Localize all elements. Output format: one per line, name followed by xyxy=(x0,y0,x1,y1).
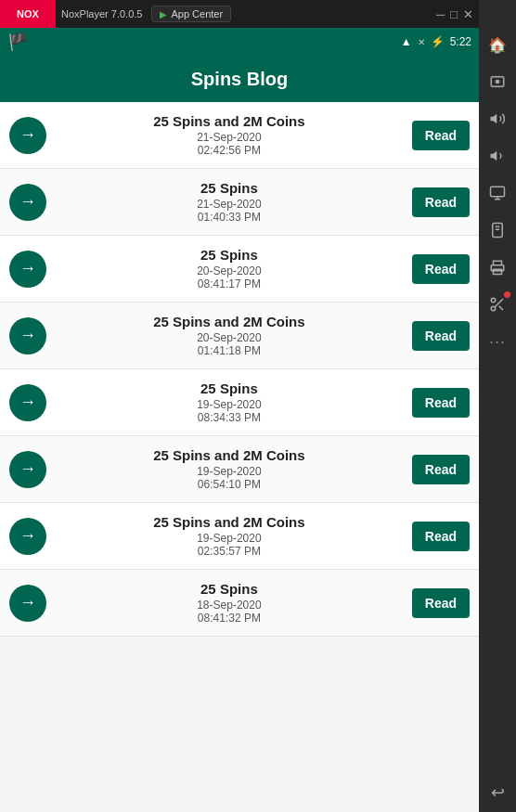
arrow-right-icon: → xyxy=(19,326,36,345)
blog-title: 25 Spins xyxy=(56,581,403,597)
blog-info: 25 Spins and 2M Coins 19-Sep-2020 06:54:… xyxy=(56,447,403,491)
blog-info: 25 Spins 21-Sep-2020 01:40:33 PM xyxy=(56,180,403,224)
title-bar: NOX NoxPlayer 7.0.0.5 ▶ App Center ─ □ ✕ xyxy=(0,0,479,28)
arrow-button[interactable]: → xyxy=(9,184,46,221)
list-item: → 25 Spins 21-Sep-2020 01:40:33 PM Read xyxy=(0,169,479,236)
list-item: → 25 Spins 18-Sep-2020 08:41:32 PM Read xyxy=(0,570,479,637)
read-button[interactable]: Read xyxy=(412,588,470,618)
arrow-button[interactable]: → xyxy=(9,384,46,421)
blog-date: 20-Sep-2020 xyxy=(56,264,403,277)
blog-date: 19-Sep-2020 xyxy=(56,465,403,478)
blog-date: 18-Sep-2020 xyxy=(56,599,403,612)
blog-list: → 25 Spins and 2M Coins 21-Sep-2020 02:4… xyxy=(0,102,479,812)
blog-title: 25 Spins and 2M Coins xyxy=(56,113,403,129)
read-button[interactable]: Read xyxy=(412,254,470,284)
blog-title: 25 Spins xyxy=(56,380,403,396)
scissors-icon[interactable] xyxy=(481,288,514,321)
svg-marker-3 xyxy=(491,151,497,161)
arrow-button[interactable]: → xyxy=(9,585,46,622)
read-button[interactable]: Read xyxy=(412,455,470,484)
screen-icon[interactable] xyxy=(481,176,514,210)
right-sidebar: 🏠 ··· ↩ xyxy=(479,0,516,812)
nox-logo: NOX xyxy=(0,0,56,28)
blog-info: 25 Spins 20-Sep-2020 08:41:17 PM xyxy=(56,247,403,290)
list-item: → 25 Spins and 2M Coins 21-Sep-2020 02:4… xyxy=(0,102,479,169)
page-header: Spins Blog xyxy=(0,56,479,102)
list-item: → 25 Spins and 2M Coins 19-Sep-2020 06:5… xyxy=(0,436,479,503)
read-button[interactable]: Read xyxy=(412,522,470,551)
list-item: → 25 Spins 19-Sep-2020 08:34:33 PM Read xyxy=(0,369,479,436)
arrow-button[interactable]: → xyxy=(9,117,46,154)
read-button[interactable]: Read xyxy=(412,321,470,351)
list-item: → 25 Spins and 2M Coins 19-Sep-2020 02:3… xyxy=(0,503,479,570)
svg-rect-4 xyxy=(491,187,505,197)
blog-info: 25 Spins 18-Sep-2020 08:41:32 PM xyxy=(56,581,403,625)
blog-date: 21-Sep-2020 xyxy=(56,131,403,144)
read-button[interactable]: Read xyxy=(412,121,470,150)
arrow-right-icon: → xyxy=(19,593,36,612)
blog-title: 25 Spins xyxy=(56,247,403,263)
close-button[interactable]: ✕ xyxy=(463,7,473,21)
svg-point-13 xyxy=(491,306,496,311)
maximize-button[interactable]: □ xyxy=(450,7,458,21)
blog-info: 25 Spins and 2M Coins 20-Sep-2020 01:41:… xyxy=(56,314,403,357)
blog-time: 08:41:17 PM xyxy=(56,277,403,290)
arrow-right-icon: → xyxy=(19,393,36,412)
apk-icon[interactable] xyxy=(481,213,514,247)
wifi-icon: ▲ xyxy=(401,35,412,48)
battery-icon: ⚡ xyxy=(431,35,445,48)
blog-time: 08:41:32 PM xyxy=(56,612,403,625)
arrow-button[interactable]: → xyxy=(9,317,46,354)
svg-marker-2 xyxy=(491,114,497,124)
svg-point-12 xyxy=(491,298,496,303)
back-button[interactable]: ↩ xyxy=(491,782,505,803)
app-logo: 🏴 xyxy=(7,32,28,52)
screenshot-icon[interactable] xyxy=(481,65,514,98)
list-item: → 25 Spins and 2M Coins 20-Sep-2020 01:4… xyxy=(0,303,479,369)
home-icon[interactable]: 🏠 xyxy=(481,28,514,61)
arrow-button[interactable]: → xyxy=(9,251,46,288)
blog-date: 19-Sep-2020 xyxy=(56,532,403,545)
arrow-button[interactable]: → xyxy=(9,451,46,488)
arrow-button[interactable]: → xyxy=(9,518,46,555)
window-controls: ─ □ ✕ xyxy=(436,7,479,21)
arrow-right-icon: → xyxy=(19,192,36,212)
emulator-status-bar: 🏴 ▲ ✕ ⚡ 5:22 xyxy=(0,28,479,56)
app-name: NoxPlayer 7.0.0.5 xyxy=(61,8,142,19)
time-display: 5:22 xyxy=(450,35,471,48)
blog-time: 02:42:56 PM xyxy=(56,144,403,157)
blog-info: 25 Spins and 2M Coins 19-Sep-2020 02:35:… xyxy=(56,514,403,558)
blog-title: 25 Spins and 2M Coins xyxy=(56,314,403,329)
arrow-right-icon: → xyxy=(19,459,36,479)
blog-time: 02:35:57 PM xyxy=(56,545,403,558)
minimize-button[interactable]: ─ xyxy=(436,7,445,21)
blog-time: 01:41:18 PM xyxy=(56,344,403,357)
more-dots-icon[interactable]: ··· xyxy=(481,325,514,358)
page-title: Spins Blog xyxy=(191,69,288,90)
blog-date: 20-Sep-2020 xyxy=(56,331,403,344)
volume-up-icon[interactable] xyxy=(481,102,514,135)
print-icon[interactable] xyxy=(481,251,514,284)
appcenter-tab[interactable]: ▶ App Center xyxy=(151,6,231,22)
blog-date: 21-Sep-2020 xyxy=(56,198,403,211)
svg-point-1 xyxy=(496,80,500,84)
arrow-right-icon: → xyxy=(19,125,36,145)
blog-date: 19-Sep-2020 xyxy=(56,398,403,411)
blog-time: 08:34:33 PM xyxy=(56,411,403,424)
blog-info: 25 Spins and 2M Coins 21-Sep-2020 02:42:… xyxy=(56,113,403,157)
list-item: → 25 Spins 20-Sep-2020 08:41:17 PM Read xyxy=(0,236,479,303)
blog-title: 25 Spins xyxy=(56,180,403,196)
blog-title: 25 Spins and 2M Coins xyxy=(56,447,403,463)
blog-title: 25 Spins and 2M Coins xyxy=(56,514,403,530)
read-button[interactable]: Read xyxy=(412,388,470,418)
play-icon: ▶ xyxy=(160,9,167,19)
status-icons: ▲ ✕ ⚡ 5:22 xyxy=(401,35,471,48)
arrow-right-icon: → xyxy=(19,259,36,278)
blog-time: 06:54:10 PM xyxy=(56,478,403,491)
blog-info: 25 Spins 19-Sep-2020 08:34:33 PM xyxy=(56,380,403,424)
data-icon: ✕ xyxy=(418,37,425,47)
volume-down-icon[interactable] xyxy=(481,139,514,173)
arrow-right-icon: → xyxy=(19,526,36,546)
svg-line-15 xyxy=(499,306,503,310)
read-button[interactable]: Read xyxy=(412,187,470,217)
